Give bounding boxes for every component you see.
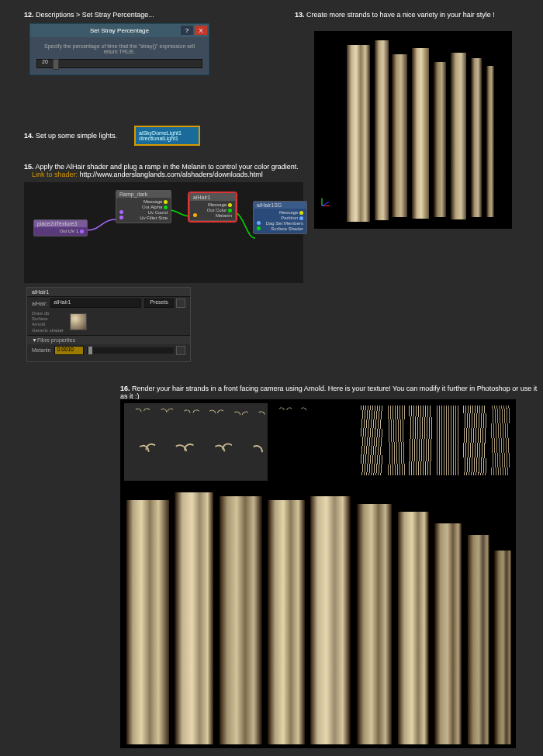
node-head: alHair1SG xyxy=(254,202,306,209)
attr-name-input[interactable]: alHair1 xyxy=(50,299,141,308)
dialog-close-button[interactable]: X xyxy=(195,26,207,35)
node-shadinggroup[interactable]: alHair1SG Message Partition Dag Set Memb… xyxy=(253,201,307,234)
step-14-label: 14. Set up some simple lights. xyxy=(24,132,117,140)
melanin-value-input[interactable]: 0.0010 xyxy=(54,346,84,355)
slider-handle[interactable] xyxy=(53,59,59,70)
dialog-value-slider[interactable]: 20 xyxy=(36,59,202,68)
step-12-label: 12. Descriptions > Set Stray Percentage.… xyxy=(24,11,154,19)
step-15-label: 15. Apply the AlHair shader and plug a r… xyxy=(24,163,299,178)
node-head: alHair1 xyxy=(190,194,235,201)
step-16-text: Render your hair strands in a front faci… xyxy=(120,385,537,400)
attr-presets-button[interactable]: Presets xyxy=(144,299,174,308)
step-13-label: 13. Create more strands to have a nice v… xyxy=(295,11,495,19)
node-place2dtexture[interactable]: place2dTexture3 Out UV 1 xyxy=(33,219,88,236)
final-render-texture xyxy=(120,399,516,748)
attribute-editor[interactable]: alHair1 alHair: alHair1 Presets Draw db … xyxy=(26,287,191,362)
shader-link-url[interactable]: http://www.anderslanglands.com/alshaders… xyxy=(80,171,263,178)
step-16-label: 16. Render your hair strands in a front … xyxy=(120,385,543,400)
attr-hide-icon[interactable] xyxy=(176,299,185,308)
viewport-render-preview[interactable] xyxy=(314,31,512,229)
node-head: Ramp_dark xyxy=(116,191,171,198)
dialog-body-text: Specify the percentage of time that the … xyxy=(36,43,202,54)
attr-field-label: alHair: xyxy=(32,301,47,306)
shader-link-label: Link to shader: xyxy=(32,171,78,178)
node-head: place2dTexture3 xyxy=(34,220,87,227)
dialog-value: 20 xyxy=(42,59,48,64)
lights-list[interactable]: aiSkyDomeLight1 directionalLight1 xyxy=(134,126,200,146)
step-13-num: 13. xyxy=(295,11,305,19)
light-item-2[interactable]: directionalLight1 xyxy=(139,136,195,141)
melanin-slider[interactable] xyxy=(87,347,174,354)
step-14-num: 14. xyxy=(24,132,34,140)
light-item-1[interactable]: aiSkyDomeLight1 xyxy=(139,130,195,136)
melanin-label: Melanin xyxy=(32,347,51,353)
step-12-num: 12. xyxy=(24,11,34,19)
step-15-text: Apply the AlHair shader and plug a ramp … xyxy=(36,163,299,171)
dialog-title-bar[interactable]: Set Stray Percentage ? X xyxy=(30,24,209,37)
node-ramp[interactable]: Ramp_dark Message Out Alpha Uv Coord Uv … xyxy=(116,190,171,223)
dialog-title: Set Stray Percentage xyxy=(90,27,149,34)
attr-section[interactable]: Fibre properties xyxy=(37,337,75,343)
viewport-axis-gizmo[interactable] xyxy=(322,205,337,221)
melanin-map-icon[interactable] xyxy=(176,346,185,355)
step-15-num: 15. xyxy=(24,163,34,171)
stray-percentage-dialog: Set Stray Percentage ? X Specify the per… xyxy=(29,23,209,75)
dialog-help-button[interactable]: ? xyxy=(181,26,193,35)
step-16-num: 16. xyxy=(120,385,130,392)
node-alhair[interactable]: alHair1 Message Out Color Melanin xyxy=(189,193,236,221)
step-13-text: Create more strands to have a nice varie… xyxy=(306,11,495,19)
material-swatch[interactable] xyxy=(70,313,87,330)
attr-tab[interactable]: alHair1 xyxy=(27,288,190,297)
step-12-text: Descriptions > Set Stray Percentage... xyxy=(36,11,154,19)
render-inset-curls xyxy=(124,403,268,481)
step-14-text: Set up some simple lights. xyxy=(36,132,117,140)
node-graph[interactable]: place2dTexture3 Out UV 1 Ramp_dark Messa… xyxy=(24,182,303,283)
